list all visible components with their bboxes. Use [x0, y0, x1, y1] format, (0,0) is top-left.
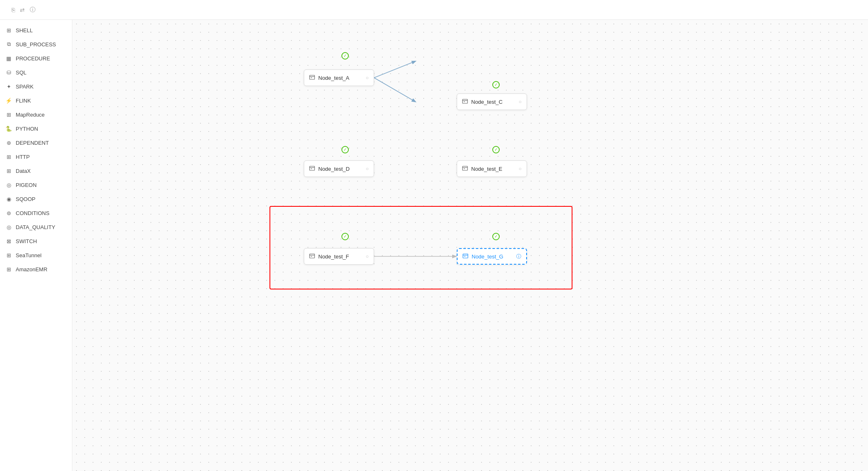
node-label-node_f: Node_test_F [318, 253, 362, 260]
pigeon-icon: ◎ [5, 181, 12, 189]
svg-rect-18 [463, 254, 468, 258]
sidebar-item-pigeon[interactable]: ◎PIGEON [0, 178, 72, 192]
sidebar-item-label-flink: FLINK [16, 98, 31, 104]
node-label-node_e: Node_test_E [471, 166, 515, 172]
node-label-node_d: Node_test_D [318, 166, 362, 172]
sql-icon: ⛁ [5, 69, 12, 76]
procedure-icon: ▦ [5, 55, 12, 62]
sidebar-item-dependent[interactable]: ⊛DEPENDENT [0, 136, 72, 150]
node-node_g[interactable]: Node_test_Gⓘ [457, 248, 527, 265]
sidebar-item-label-dependent: DEPENDENT [16, 140, 49, 146]
node-info-icon-node_e[interactable]: ○ [519, 166, 522, 172]
node-type-icon-node_g [463, 253, 468, 260]
node-check-node_d [341, 146, 349, 153]
node-check-node_g [492, 233, 500, 240]
sub_process-icon: ⧉ [5, 41, 12, 48]
python-icon: 🐍 [5, 125, 12, 132]
info-icon[interactable]: ⓘ [30, 6, 36, 14]
flink-icon: ⚡ [5, 97, 12, 104]
sidebar-item-amazonemr[interactable]: ⊞AmazonEMR [0, 262, 72, 276]
spark-icon: ✦ [5, 83, 12, 90]
sidebar-item-label-conditions: CONDITIONS [16, 210, 50, 216]
switch-icon: ⊠ [5, 237, 12, 245]
sidebar-item-flink[interactable]: ⚡FLINK [0, 93, 72, 108]
node-label-node_g: Node_test_G [472, 253, 513, 260]
canvas-area[interactable]: Node_test_A○Node_test_C○Node_test_D○Node… [72, 20, 868, 471]
sidebar-item-label-sqoop: SQOOP [16, 196, 36, 202]
header: ⎘ ⇄ ⓘ [0, 0, 868, 20]
seatunnel-icon: ⊞ [5, 251, 12, 259]
node-info-icon-node_f[interactable]: ○ [366, 253, 369, 259]
node-check-node_f [341, 233, 349, 240]
sidebar-item-conditions[interactable]: ⊚CONDITIONS [0, 206, 72, 220]
sidebar-item-label-seatunnel: SeaTunnel [16, 252, 41, 258]
sidebar-item-label-python: PYTHON [16, 126, 38, 132]
sidebar-item-python[interactable]: 🐍PYTHON [0, 122, 72, 136]
datax-icon: ⊞ [5, 167, 12, 175]
sidebar-item-sqoop[interactable]: ◉SQOOP [0, 192, 72, 206]
sidebar-item-sub_process[interactable]: ⧉SUB_PROCESS [0, 37, 72, 51]
sidebar-item-label-sql: SQL [16, 69, 26, 76]
svg-rect-9 [310, 166, 315, 170]
node-info-icon-node_g[interactable]: ⓘ [516, 253, 521, 260]
sidebar-item-label-http: HTTP [16, 154, 30, 160]
svg-rect-12 [463, 166, 467, 170]
sidebar-item-label-switch: SWITCH [16, 238, 37, 244]
svg-line-1 [374, 78, 415, 102]
sidebar-item-spark[interactable]: ✦SPARK [0, 79, 72, 93]
sidebar-item-label-procedure: PROCEDURE [16, 55, 50, 62]
sidebar-item-label-mapreduce: MapReduce [16, 112, 45, 118]
node-type-icon-node_a [309, 74, 315, 81]
main-layout: ⊞SHELL⧉SUB_PROCESS▦PROCEDURE⛁SQL✦SPARK⚡F… [0, 20, 868, 471]
node-check-node_c [492, 81, 500, 88]
selection-rectangle [269, 206, 572, 289]
svg-rect-3 [310, 75, 315, 79]
node-label-node_c: Node_test_C [471, 99, 515, 105]
dependent-icon: ⊛ [5, 139, 12, 146]
sidebar-item-switch[interactable]: ⊠SWITCH [0, 234, 72, 248]
node-check-node_e [492, 146, 500, 153]
amazonemr-icon: ⊞ [5, 265, 12, 273]
node-node_d[interactable]: Node_test_D○ [304, 160, 374, 177]
sidebar-item-label-datax: DataX [16, 168, 31, 174]
sidebar-item-mapreduce[interactable]: ⊞MapReduce [0, 108, 72, 122]
node-info-icon-node_a[interactable]: ○ [366, 75, 369, 81]
node-info-icon-node_d[interactable]: ○ [366, 166, 369, 172]
svg-rect-6 [463, 99, 467, 103]
node-node_f[interactable]: Node_test_F○ [304, 248, 374, 265]
data_quality-icon: ◎ [5, 223, 12, 231]
node-type-icon-node_f [309, 253, 315, 260]
node-check-node_a [341, 52, 349, 60]
copy-icon[interactable]: ⎘ [12, 7, 15, 13]
node-type-icon-node_c [462, 98, 468, 105]
sidebar-item-shell[interactable]: ⊞SHELL [0, 23, 72, 37]
http-icon: ⊞ [5, 153, 12, 160]
sqoop-icon: ◉ [5, 195, 12, 203]
sidebar-item-label-amazonemr: AmazonEMR [16, 266, 48, 273]
sidebar-item-procedure[interactable]: ▦PROCEDURE [0, 51, 72, 65]
sidebar-item-label-data_quality: DATA_QUALITY [16, 224, 55, 230]
sidebar-item-http[interactable]: ⊞HTTP [0, 150, 72, 164]
sidebar-item-seatunnel[interactable]: ⊞SeaTunnel [0, 248, 72, 262]
mapreduce-icon: ⊞ [5, 111, 12, 118]
node-node_a[interactable]: Node_test_A○ [304, 69, 374, 86]
node-node_c[interactable]: Node_test_C○ [457, 93, 527, 110]
node-type-icon-node_d [309, 165, 315, 172]
svg-rect-15 [310, 254, 315, 258]
share-icon[interactable]: ⇄ [20, 7, 25, 13]
node-node_e[interactable]: Node_test_E○ [457, 160, 527, 177]
node-info-icon-node_c[interactable]: ○ [519, 99, 522, 105]
sidebar-item-label-shell: SHELL [16, 27, 33, 33]
sidebar: ⊞SHELL⧉SUB_PROCESS▦PROCEDURE⛁SQL✦SPARK⚡F… [0, 20, 72, 471]
sidebar-item-sql[interactable]: ⛁SQL [0, 65, 72, 79]
canvas-svg [72, 20, 868, 471]
svg-line-0 [374, 61, 415, 78]
sidebar-item-label-spark: SPARK [16, 84, 33, 90]
sidebar-item-label-pigeon: PIGEON [16, 182, 37, 188]
shell-icon: ⊞ [5, 26, 12, 34]
node-label-node_a: Node_test_A [318, 75, 362, 81]
sidebar-item-label-sub_process: SUB_PROCESS [16, 41, 56, 48]
node-type-icon-node_e [462, 165, 468, 172]
sidebar-item-data_quality[interactable]: ◎DATA_QUALITY [0, 220, 72, 234]
sidebar-item-datax[interactable]: ⊞DataX [0, 164, 72, 178]
